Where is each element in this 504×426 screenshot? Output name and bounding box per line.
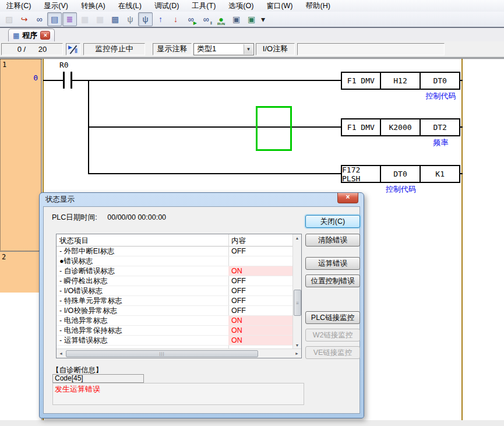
show-comment-button[interactable]: 显示注释 xyxy=(153,43,192,55)
table-row[interactable]: - 瞬停检出标志OFF xyxy=(57,276,292,286)
comment-stamp-icon: ▨ xyxy=(5,15,13,23)
status-window-button[interactable]: ▣ xyxy=(229,12,244,26)
table-row[interactable]: - 外部中断EI标志OFF xyxy=(57,247,292,256)
menu-item-options[interactable]: 选项(O) xyxy=(222,0,260,12)
instruction-cell[interactable]: DT2 xyxy=(421,119,459,135)
instruction-block[interactable]: F1 DMVK2000DT2 xyxy=(341,118,460,136)
instruction-block[interactable]: F1 DMVH12DT0 xyxy=(341,72,460,90)
menu-item-help[interactable]: 帮助(H) xyxy=(299,0,337,12)
status-item-cell: - 瞬停检出标志 xyxy=(57,276,228,286)
vertical-scroll-thumb[interactable]: ≡ xyxy=(294,290,301,316)
download-button[interactable]: ↓ xyxy=(168,12,183,26)
monitor-toggle-button[interactable]: ▶ ‖ xyxy=(66,43,80,55)
menu-item-online[interactable]: 在线(L) xyxy=(112,0,148,12)
instruction-block[interactable]: F172 PLSHDT0K1 xyxy=(341,165,460,183)
scroll-right-icon[interactable]: ► xyxy=(295,351,299,355)
status-value-cell: OFF xyxy=(228,286,292,295)
tab-close-icon[interactable]: × xyxy=(40,31,50,40)
offline-button[interactable]: ψ xyxy=(123,12,138,26)
clear-errors-button[interactable]: 清除错误 xyxy=(305,234,360,247)
status-item-cell: - 电池异常标志 xyxy=(57,316,228,326)
bool-view-icon: ▦ xyxy=(81,15,89,23)
scroll-up-icon[interactable]: ▲ xyxy=(293,236,301,240)
scroll-left-icon[interactable]: ◄ xyxy=(59,351,63,355)
monitor-window-icon: ▣ xyxy=(248,15,255,23)
table-row[interactable]: - I/O校验异常标志OFF xyxy=(57,306,292,316)
comment-view-button[interactable]: ≣ xyxy=(62,12,77,26)
edit-cursor[interactable] xyxy=(256,106,292,151)
comment-display-field xyxy=(297,43,445,55)
instruction-cell[interactable]: K2000 xyxy=(381,119,421,135)
io-comment-button[interactable]: I/O注释 xyxy=(256,43,295,55)
diagnostic-message-field: 发生运算错误 xyxy=(52,383,304,405)
menu-item-debug[interactable]: 调试(D) xyxy=(148,0,185,12)
comment-type-select[interactable]: 类型1 ▼ xyxy=(193,43,254,55)
scroll-down-icon[interactable]: ▼ xyxy=(293,343,301,347)
monitor-halt-icon: ∞ xyxy=(203,15,209,23)
menu-bar: 注释(C)显示(V)转换(A)在线(L)调试(D)工具(T)选项(O)窗口(W)… xyxy=(0,0,504,12)
table-row[interactable]: - 运算错误标志ON xyxy=(57,336,292,346)
instruction-cell[interactable]: DT0 xyxy=(381,166,421,182)
menu-item-view[interactable]: 显示(V) xyxy=(37,0,75,12)
menu-item-tools[interactable]: 工具(T) xyxy=(185,0,222,12)
bool-view-button[interactable]: ▦ xyxy=(77,12,92,26)
table-row[interactable]: - I/O错误标志OFF xyxy=(57,286,292,296)
find-button[interactable]: ∞ xyxy=(32,12,47,26)
operation-error-button[interactable]: 运算错误 xyxy=(305,257,360,270)
rung-2-margin-cell[interactable]: 2 xyxy=(0,251,41,293)
instruction-cell[interactable]: F1 DMV xyxy=(342,73,381,89)
tab-program[interactable]: ▦ 程序 × xyxy=(8,29,55,41)
table-row[interactable]: - 自诊断错误标志ON xyxy=(57,266,292,276)
toolbar-more-button[interactable]: ▾ xyxy=(259,12,267,26)
ladder-view-button[interactable]: ▤ xyxy=(47,12,62,26)
diagnostic-code-field: Code[45] xyxy=(52,374,144,383)
monitor-window-button[interactable]: ▣ xyxy=(244,12,259,26)
operand-comment: 控制代码 xyxy=(380,184,421,195)
instruction-cell[interactable]: F172 PLSH xyxy=(342,166,381,182)
menu-item-comment[interactable]: 注释(C) xyxy=(0,0,37,12)
table-row[interactable]: - 电池异常保持标志ON xyxy=(57,326,292,336)
status-value-cell: OFF xyxy=(228,247,292,256)
monitor-run-button[interactable]: ∞▶ xyxy=(184,12,198,26)
comment-view-icon: ≣ xyxy=(66,15,73,23)
rung-1-margin-cell[interactable]: 1 0 xyxy=(0,59,41,251)
plc-link-monitor-button[interactable]: PLC链接监控 xyxy=(305,311,360,324)
run-mode-button[interactable]: ●RUN xyxy=(214,12,228,26)
dialog-close-icon[interactable]: × xyxy=(337,193,358,203)
column-header-content: 内容 xyxy=(231,236,246,246)
position-control-error-button[interactable]: 位置控制错误 xyxy=(305,274,360,287)
status-value-cell: ON xyxy=(228,266,292,276)
instruction-cell[interactable]: DT0 xyxy=(421,73,459,89)
status-value-cell: OFF xyxy=(228,306,292,315)
instruction-cell[interactable]: K1 xyxy=(421,166,459,182)
chevron-down-icon[interactable]: ▼ xyxy=(244,44,253,54)
wire-stub xyxy=(460,80,463,81)
horizontal-scrollbar[interactable]: ◄ ||| ► xyxy=(57,348,301,358)
w2-link-monitor-button: W2链接监控 xyxy=(305,329,360,341)
tab-row: ▦ 程序 × xyxy=(0,28,504,41)
contact-bar-left xyxy=(63,72,65,89)
instruction-cell[interactable]: F1 DMV xyxy=(342,119,381,135)
upload-button[interactable]: ↑ xyxy=(153,12,168,26)
bool-edit-button[interactable]: ▦ xyxy=(93,12,107,26)
device-settings-button[interactable]: ▩ xyxy=(108,12,122,26)
menu-item-convert[interactable]: 转换(A) xyxy=(75,0,112,12)
horizontal-scroll-thumb[interactable]: ||| xyxy=(66,350,258,357)
monitor-status-bar: 0 / 20 ▶ ‖ 监控停止中 显示注释 类型1 ▼ I/O注释 xyxy=(0,41,504,58)
menu-item-window[interactable]: 窗口(W) xyxy=(260,0,299,12)
status-value-cell: OFF xyxy=(228,296,292,305)
online-button[interactable]: ψ xyxy=(138,12,153,26)
dialog-title-bar[interactable]: 状态显示 xyxy=(40,193,364,206)
vertical-scrollbar[interactable]: ▲ ≡ ▼ xyxy=(292,234,301,349)
step-counter: 0 / 20 xyxy=(1,43,63,55)
table-row[interactable]: - 特殊单元异常标志OFF xyxy=(57,296,292,306)
table-row[interactable]: - 电池异常标志ON xyxy=(57,316,292,326)
table-row[interactable]: ●错误标志 xyxy=(57,256,292,266)
monitor-halt-button[interactable]: ∞‖ xyxy=(199,12,213,26)
instruction-cell[interactable]: H12 xyxy=(381,73,421,89)
close-button[interactable]: 关闭(C) xyxy=(305,215,360,228)
status-dialog: 状态显示 × PLC日期时间: 00/00/00 00:00:00 状态项目 内… xyxy=(39,192,364,418)
play-icon: ▶ xyxy=(68,44,72,50)
comment-stamp-button[interactable]: ▨ xyxy=(2,12,16,26)
jump-button[interactable]: ↪ xyxy=(17,12,31,26)
